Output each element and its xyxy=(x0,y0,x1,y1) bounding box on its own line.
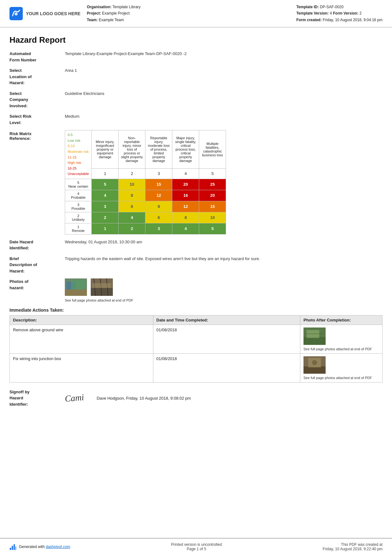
col-date-time: Date and Time Completed: xyxy=(153,315,300,325)
footer-right-line2: Friday, 10 August 2018, 9:22:40 pm xyxy=(323,547,383,551)
action-2-description: Fix wiring into junction box xyxy=(10,353,153,382)
svg-rect-11 xyxy=(92,283,111,288)
brief-description-value: Tripping hazards on the eastern wall of … xyxy=(65,256,383,274)
company-row: SelectCompanyInvolved: Guideline Electri… xyxy=(9,90,383,109)
dashpivot-link[interactable]: dashpivot.com xyxy=(46,545,70,549)
footer-center-line1: Printed version is uncontrolled xyxy=(171,542,222,547)
legend-unacceptable: 16-25Unacceptable xyxy=(68,166,89,177)
action-2-photo-note: See full page photos attached at end of … xyxy=(303,376,379,380)
automated-form-number-row: AutomatedForm Number Template Library-Ex… xyxy=(9,51,383,63)
automated-form-number-label: AutomatedForm Number xyxy=(9,51,65,63)
template-version-line: Template Version: 4 Form Version: 2 xyxy=(296,10,383,16)
matrix-row-2: 2Unlikely 2 4 6 8 10 xyxy=(65,212,226,223)
date-hazard-label: Date HazardIdentified: xyxy=(9,239,65,251)
svg-rect-5 xyxy=(65,290,87,296)
project-line: Project: Example Project xyxy=(87,10,290,16)
action-row-2: Fix wiring into junction box 01/08/2018 … xyxy=(10,353,383,382)
svg-point-1 xyxy=(15,12,18,16)
risk-level-value: Medium xyxy=(65,113,383,126)
svg-rect-22 xyxy=(14,544,15,550)
header-right: Template ID: DP-SAF-0020 Template Versio… xyxy=(296,4,383,23)
risk-matrix-label: Risk MatrixReference: xyxy=(9,130,65,234)
risk-matrix-table: 0-5Low risk 6-10Moderate risk 11-15High … xyxy=(65,130,226,234)
matrix-row-4: 4Probable 4 8 12 16 20 xyxy=(65,190,226,201)
signoff-label: Signoff byHazardIdentifier: xyxy=(9,389,65,408)
logo-text: YOUR LOGO GOES HERE xyxy=(26,11,81,16)
footer-center: Printed version is uncontrolled Page 1 o… xyxy=(171,542,222,551)
svg-rect-4 xyxy=(71,280,85,290)
template-id-line: Template ID: DP-SAF-0020 xyxy=(296,4,383,10)
organisation-line: Organisation: Template Library xyxy=(87,4,290,10)
immediate-actions-table: Description: Date and Time Completed: Ph… xyxy=(9,315,383,383)
svg-rect-21 xyxy=(12,546,13,550)
matrix-row-5: 5Near certain 5 10 15 20 25 xyxy=(65,179,226,190)
hazard-photo-2 xyxy=(91,278,113,296)
svg-point-19 xyxy=(312,360,317,365)
signoff-value: Cami Dave Hodgson, Friday, 10 August 201… xyxy=(65,389,383,408)
hazard-photos-row: Photos ofhazard: xyxy=(9,278,383,303)
brief-description-label: BriefDescription ofHazard: xyxy=(9,256,65,274)
hazard-photo-1 xyxy=(65,278,87,296)
matrix-row-3: 3Possible 3 6 9 12 15 xyxy=(65,201,226,212)
action-1-photo-thumb xyxy=(303,327,379,346)
immediate-actions-title: Immediate Actions Taken: xyxy=(9,308,383,313)
action-1-date: 01/08/2018 xyxy=(153,325,300,353)
footer-generated-text: Generated with dashpivot.com xyxy=(19,545,70,549)
location-row: SelectLocation ofHazard: Area 1 xyxy=(9,67,383,86)
header-meta: Organisation: Template Library Project: … xyxy=(87,4,290,23)
dashpivot-footer-icon xyxy=(9,543,16,550)
page: YOUR LOGO GOES HERE Organisation: Templa… xyxy=(0,0,392,555)
action-1-photo-note: See full page photos attached at end of … xyxy=(303,347,379,351)
svg-rect-17 xyxy=(303,366,326,374)
legend-low: 0-5Low risk xyxy=(68,132,89,143)
signature-image: Cami xyxy=(64,392,84,404)
legend-moderate: 6-10Moderate risk xyxy=(68,143,89,154)
form-created-line: Form created: Friday, 10 August 2018, 9:… xyxy=(296,17,383,23)
action-2-photo: See full page photos attached at end of … xyxy=(300,353,383,382)
date-hazard-value: Wednesday, 01 August 2018, 10:30:00 am xyxy=(65,239,383,251)
brief-description-row: BriefDescription ofHazard: Tripping haza… xyxy=(9,256,383,274)
matrix-row-1: 1Remote 1 2 3 4 5 xyxy=(65,223,226,234)
location-value: Area 1 xyxy=(65,67,383,86)
report-title: Hazard Report xyxy=(9,35,383,45)
action-1-description: Remove above ground wire xyxy=(10,325,153,353)
footer-left: Generated with dashpivot.com xyxy=(9,543,70,550)
risk-level-row: Select RiskLevel: Medium xyxy=(9,113,383,126)
svg-rect-13 xyxy=(303,337,326,345)
logo-icon xyxy=(9,7,23,20)
action-1-photo: See full page photos attached at end of … xyxy=(300,325,383,353)
date-hazard-row: Date HazardIdentified: Wednesday, 01 Aug… xyxy=(9,239,383,251)
col-photo: Photo After Completion: xyxy=(300,315,383,325)
team-line: Team: Example Team xyxy=(87,17,290,23)
hazard-photos-label: Photos ofhazard: xyxy=(9,278,65,303)
svg-rect-20 xyxy=(10,548,11,550)
action-row-1: Remove above ground wire 01/08/2018 See … xyxy=(10,325,383,353)
risk-level-label: Select RiskLevel: xyxy=(9,113,65,126)
location-label: SelectLocation ofHazard: xyxy=(9,67,65,86)
legend-high: 11-15High risk xyxy=(68,155,89,166)
legend-block: 0-5Low risk 6-10Moderate risk 11-15High … xyxy=(68,132,89,177)
footer-right-line1: This PDF was created at xyxy=(323,542,383,547)
company-value: Guideline Electricians xyxy=(65,90,383,109)
signoff-text: Dave Hodgson, Friday, 10 August 2018, 9:… xyxy=(97,396,191,401)
footer-center-line2: Page 1 of 5 xyxy=(171,547,222,551)
matrix-header-row: 0-5Low risk 6-10Moderate risk 11-15High … xyxy=(65,130,226,169)
footer: Generated with dashpivot.com Printed ver… xyxy=(0,538,392,555)
signoff-row: Signoff byHazardIdentifier: Cami Dave Ho… xyxy=(9,389,383,408)
svg-rect-23 xyxy=(15,546,16,550)
col-description: Description: xyxy=(10,315,153,325)
risk-matrix-section: Risk MatrixReference: 0-5Low risk 6-10Mo… xyxy=(9,130,383,234)
header: YOUR LOGO GOES HERE Organisation: Templa… xyxy=(0,0,392,28)
automated-form-number-value: Template Library-Example Project-Example… xyxy=(65,51,383,63)
content: Hazard Report AutomatedForm Number Templ… xyxy=(0,28,392,538)
hazard-photos-value: See full page photos attached at end of … xyxy=(65,278,383,303)
logo-area: YOUR LOGO GOES HERE xyxy=(9,4,81,23)
action-2-date: 01/08/2018 xyxy=(153,353,300,382)
actions-table-header: Description: Date and Time Completed: Ph… xyxy=(10,315,383,325)
hazard-photo-note: See full page photos attached at end of … xyxy=(65,298,383,303)
hazard-photos-area xyxy=(65,278,383,296)
action-2-photo-thumb xyxy=(303,356,379,375)
company-label: SelectCompanyInvolved: xyxy=(9,90,65,109)
footer-right: This PDF was created at Friday, 10 Augus… xyxy=(323,542,383,551)
